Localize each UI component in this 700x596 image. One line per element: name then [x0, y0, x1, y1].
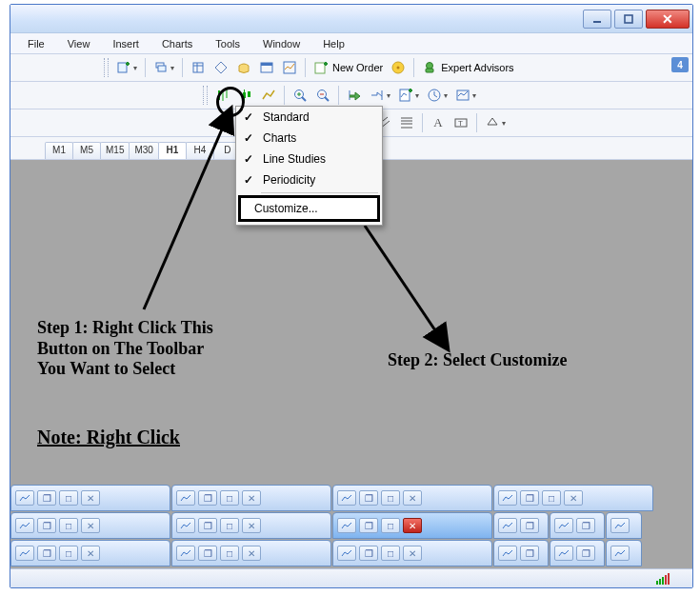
restore-icon[interactable]: ❐ — [520, 490, 539, 506]
mdi-tab[interactable]: ❐ □ ✕ — [332, 540, 492, 566]
navigator-button[interactable] — [210, 57, 231, 78]
periods-button[interactable]: ▾ — [424, 85, 450, 106]
new-chart-button[interactable]: ▾ — [113, 57, 140, 78]
close-button[interactable]: ✕ — [646, 10, 690, 29]
maximize-icon[interactable]: □ — [220, 518, 239, 533]
menu-help[interactable]: Help — [311, 36, 356, 51]
restore-icon[interactable]: ❐ — [37, 546, 56, 561]
close-icon[interactable]: ✕ — [81, 518, 100, 533]
data-window-button[interactable] — [233, 57, 254, 78]
market-watch-button[interactable] — [188, 57, 209, 78]
mdi-tab[interactable]: ❐ □ ✕ — [10, 485, 170, 511]
close-icon[interactable]: ✕ — [242, 518, 261, 533]
maximize-button[interactable] — [614, 10, 643, 29]
text-label-button[interactable]: T — [450, 112, 471, 133]
mdi-tab[interactable] — [606, 540, 642, 566]
menu-tools[interactable]: Tools — [204, 36, 251, 51]
menu-charts[interactable]: Charts — [150, 36, 204, 51]
tab-m30[interactable]: M30 — [129, 142, 158, 159]
maximize-icon[interactable]: □ — [59, 490, 78, 506]
maximize-icon[interactable]: □ — [220, 546, 239, 561]
tab-m5[interactable]: M5 — [72, 142, 101, 159]
chevron-down-icon: ▾ — [387, 91, 390, 100]
tab-m1[interactable]: M1 — [45, 142, 73, 159]
maximize-icon[interactable]: □ — [381, 546, 400, 561]
maximize-icon[interactable]: □ — [220, 490, 239, 506]
arrows-button[interactable]: ▾ — [482, 112, 509, 133]
mdi-tab[interactable]: ❐ □ ✕ — [332, 485, 492, 511]
expert-advisors-button[interactable]: Expert Advisors — [419, 57, 516, 78]
maximize-icon[interactable]: □ — [381, 518, 400, 533]
restore-icon[interactable]: ❐ — [37, 518, 56, 533]
menu-view[interactable]: View — [56, 36, 102, 51]
chart-icon — [176, 518, 195, 533]
menu-file[interactable]: File — [16, 36, 56, 51]
toolbar-grip[interactable] — [104, 58, 109, 77]
fibonacci-button[interactable] — [396, 112, 417, 133]
restore-icon[interactable]: ❐ — [198, 490, 217, 506]
close-icon[interactable]: ✕ — [81, 490, 100, 506]
new-order-button[interactable]: New Order — [310, 57, 386, 78]
mdi-tab[interactable]: ❐ □ ✕ — [493, 485, 653, 511]
line-chart-button[interactable] — [258, 85, 279, 106]
annotation-circle — [216, 87, 245, 117]
mdi-tab[interactable]: ❐ □ ✕ — [171, 512, 331, 539]
zoom-in-button[interactable] — [290, 85, 310, 106]
ctx-standard[interactable]: Standard — [236, 107, 382, 128]
close-icon[interactable]: ✕ — [242, 490, 261, 506]
ctx-charts[interactable]: Charts — [236, 128, 382, 149]
close-icon[interactable]: ✕ — [564, 490, 583, 506]
tab-h1[interactable]: H1 — [158, 142, 187, 159]
mdi-tab[interactable]: ❐ — [493, 540, 549, 566]
auto-scroll-button[interactable] — [344, 85, 365, 106]
mdi-tab-active[interactable]: ❐ □ ✕ — [332, 512, 492, 539]
mdi-tab[interactable]: ❐ — [550, 512, 605, 539]
restore-icon[interactable]: ❐ — [37, 490, 56, 506]
restore-icon[interactable]: ❐ — [520, 518, 539, 533]
maximize-icon[interactable]: □ — [59, 518, 78, 533]
close-icon[interactable]: ✕ — [403, 546, 422, 561]
mdi-tab[interactable]: ❐ — [493, 512, 549, 539]
restore-icon[interactable]: ❐ — [576, 546, 595, 561]
text-button[interactable]: A — [428, 112, 449, 133]
templates-button[interactable]: ▾ — [452, 85, 479, 106]
maximize-icon[interactable]: □ — [59, 546, 78, 561]
restore-icon[interactable]: ❐ — [576, 518, 595, 533]
mdi-tab[interactable]: ❐ □ ✕ — [171, 540, 331, 566]
ctx-customize[interactable]: Customize... — [241, 198, 377, 219]
maximize-icon[interactable]: □ — [542, 490, 561, 506]
svg-line-31 — [325, 97, 329, 101]
zoom-out-button[interactable] — [312, 85, 333, 106]
menu-window[interactable]: Window — [251, 36, 311, 51]
mdi-tab[interactable]: ❐ □ ✕ — [10, 540, 170, 566]
menu-insert[interactable]: Insert — [101, 36, 150, 51]
close-icon[interactable]: ✕ — [403, 518, 422, 533]
close-icon[interactable]: ✕ — [242, 546, 261, 561]
meta-editor-button[interactable] — [388, 57, 409, 78]
ctx-line-studies[interactable]: Line Studies — [236, 149, 382, 169]
close-icon[interactable]: ✕ — [81, 546, 100, 561]
tab-h4[interactable]: H4 — [186, 142, 214, 159]
notification-badge[interactable]: 4 — [671, 57, 689, 72]
close-icon[interactable]: ✕ — [403, 490, 422, 506]
indicators-button[interactable]: ▾ — [395, 85, 422, 106]
mdi-tab[interactable]: ❐ — [550, 540, 605, 566]
ctx-periodicity[interactable]: Periodicity — [236, 169, 382, 190]
chart-shift-button[interactable]: ▾ — [367, 85, 393, 106]
terminal-button[interactable] — [256, 57, 277, 78]
restore-icon[interactable]: ❐ — [359, 546, 378, 561]
mdi-tab[interactable]: ❐ □ ✕ — [171, 485, 331, 511]
minimize-button[interactable] — [583, 10, 611, 29]
mdi-tab[interactable]: ❐ □ ✕ — [10, 512, 170, 539]
restore-icon[interactable]: ❐ — [198, 546, 217, 561]
restore-icon[interactable]: ❐ — [198, 518, 217, 533]
maximize-icon[interactable]: □ — [381, 490, 400, 506]
tab-m15[interactable]: M15 — [100, 142, 130, 159]
mdi-tab[interactable] — [606, 512, 642, 539]
toolbar-grip[interactable] — [203, 86, 208, 105]
restore-icon[interactable]: ❐ — [359, 518, 378, 533]
restore-icon[interactable]: ❐ — [520, 546, 539, 561]
profiles-button[interactable]: ▾ — [150, 57, 177, 78]
strategy-tester-button[interactable] — [279, 57, 300, 78]
restore-icon[interactable]: ❐ — [359, 490, 378, 506]
